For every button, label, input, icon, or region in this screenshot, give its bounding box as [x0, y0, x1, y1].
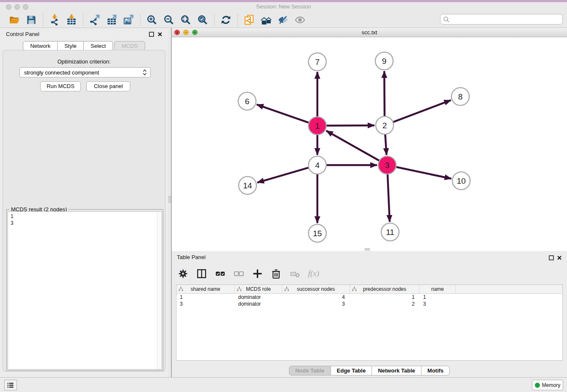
delete-row-button[interactable]	[271, 268, 281, 279]
network-canvas[interactable]: 7968124314101511	[172, 37, 567, 251]
open-session-icon	[9, 14, 20, 25]
cell-name[interactable]: 3	[420, 301, 456, 307]
search-box[interactable]	[440, 14, 563, 25]
zoom-out-button[interactable]	[160, 13, 177, 27]
mcds-result-item[interactable]: 1	[11, 213, 162, 220]
unselect-all-button[interactable]	[234, 268, 244, 279]
edge-4-14[interactable]	[257, 168, 308, 182]
edge-3-10[interactable]	[396, 167, 451, 179]
tab-network-table[interactable]: Network Table	[372, 366, 421, 375]
memory-status-icon	[535, 383, 540, 388]
export-table-button[interactable]	[103, 13, 120, 27]
column-type-icon	[284, 287, 289, 292]
run-mcds-button[interactable]: Run MCDS	[40, 81, 81, 91]
toolbar-separator	[140, 14, 140, 26]
close-table-panel-icon[interactable]	[557, 254, 563, 260]
column-header-name[interactable]: name	[420, 285, 456, 293]
table-row[interactable]: 1dominator411	[176, 294, 562, 301]
float-panel-icon[interactable]	[149, 31, 155, 37]
column-type-icon	[352, 287, 357, 292]
select-all-button[interactable]	[215, 268, 226, 279]
search-input[interactable]	[450, 17, 560, 22]
cell-predecessor-nodes[interactable]: 1	[350, 294, 420, 301]
table-settings-icon	[178, 268, 188, 279]
list-icon	[6, 381, 15, 389]
import-table-button[interactable]	[63, 13, 80, 27]
show-columns-button[interactable]	[196, 268, 207, 279]
column-header-shared-name[interactable]: shared name	[176, 285, 235, 293]
node-label-3: 3	[385, 161, 390, 170]
column-label: shared name	[190, 286, 220, 292]
network-graph[interactable]: 7968124314101511	[172, 37, 567, 251]
add-row-button[interactable]	[252, 268, 263, 279]
column-header-MCDS-role[interactable]: MCDS role	[235, 285, 282, 293]
cell-MCDS-role[interactable]: dominator	[235, 294, 282, 301]
export-image-button[interactable]	[120, 13, 137, 27]
memory-button[interactable]: Memory	[532, 380, 563, 390]
tab-edge-table[interactable]: Edge Table	[331, 366, 372, 375]
cell-predecessor-nodes[interactable]: 2	[350, 301, 420, 307]
import-network-icon	[49, 14, 60, 25]
tab-select[interactable]: Select	[84, 41, 113, 50]
export-network-icon	[89, 14, 100, 25]
tab-node-table[interactable]: Node Table	[289, 366, 331, 375]
vertical-splitter[interactable]	[168, 28, 172, 377]
toolbar-separator	[83, 14, 83, 26]
open-session-button[interactable]	[6, 13, 23, 27]
zoom-fit-button[interactable]	[177, 13, 194, 27]
titlebar: Session: New Session	[0, 2, 567, 12]
close-panel-button[interactable]: Close panel	[86, 81, 130, 91]
edge-2-3[interactable]	[385, 135, 386, 155]
column-label: successor nodes	[297, 286, 335, 292]
mcds-result-list[interactable]: 13	[8, 211, 162, 370]
new-network-from-selection-button[interactable]	[241, 13, 258, 27]
network-frame-titlebar[interactable]: x − + scc.txt	[172, 28, 567, 37]
edge-1-6[interactable]	[257, 105, 309, 123]
table-settings-button[interactable]	[178, 268, 188, 279]
vertical-splitter-handle[interactable]	[168, 196, 171, 203]
close-panel-icon[interactable]	[157, 31, 163, 37]
network-view-frame: x − + scc.txt 7968124314101511	[172, 28, 567, 251]
mcds-result-item[interactable]: 3	[11, 220, 162, 226]
edge-2-9[interactable]	[384, 71, 385, 116]
import-network-button[interactable]	[46, 13, 63, 27]
edge-3-1[interactable]	[326, 131, 379, 160]
node-table[interactable]: shared nameMCDS rolesuccessor nodesprede…	[176, 284, 563, 361]
cell-shared-name[interactable]: 3	[176, 301, 235, 307]
refresh-button[interactable]	[217, 13, 234, 27]
edge-3-11[interactable]	[388, 174, 390, 222]
table-row[interactable]: 3dominator323	[176, 301, 562, 307]
cell-successor-nodes[interactable]: 4	[282, 294, 350, 301]
column-label: predecessor nodes	[363, 286, 406, 292]
show-all-button[interactable]	[292, 13, 308, 27]
edge-1-2[interactable]	[327, 125, 374, 126]
result-scrollbar[interactable]	[157, 212, 162, 369]
first-neighbors-button[interactable]	[258, 13, 275, 27]
tab-mcds[interactable]: MCDS	[114, 41, 145, 50]
tab-network[interactable]: Network	[23, 41, 58, 50]
node-label-4: 4	[315, 161, 320, 170]
hide-selected-button[interactable]	[275, 13, 292, 27]
zoom-selected-button[interactable]	[194, 13, 211, 27]
optimization-criterion-dropdown[interactable]: strongly connected component	[19, 67, 151, 77]
horizontal-splitter-handle[interactable]	[365, 248, 370, 251]
node-label-9: 9	[382, 57, 387, 66]
column-label: MCDS role	[246, 286, 271, 292]
tab-style[interactable]: Style	[58, 41, 84, 50]
show-panels-button[interactable]	[4, 380, 17, 390]
cell-successor-nodes[interactable]: 3	[282, 301, 350, 307]
tab-motifs[interactable]: Motifs	[421, 366, 450, 375]
column-header-successor-nodes[interactable]: successor nodes	[282, 285, 350, 293]
add-row-icon	[252, 268, 263, 279]
zoom-in-button[interactable]	[143, 13, 160, 27]
node-label-14: 14	[243, 181, 252, 190]
edge-2-8[interactable]	[394, 100, 451, 122]
control-panel: Control Panel NetworkStyleSelectMCDS Opt…	[0, 28, 168, 377]
cell-MCDS-role[interactable]: dominator	[235, 301, 282, 307]
column-header-predecessor-nodes[interactable]: predecessor nodes	[350, 285, 420, 293]
export-network-button[interactable]	[86, 13, 103, 27]
cell-name[interactable]: 1	[420, 294, 456, 301]
float-table-panel-icon[interactable]	[549, 254, 555, 260]
save-session-button[interactable]	[23, 13, 40, 27]
cell-shared-name[interactable]: 1	[176, 294, 235, 301]
